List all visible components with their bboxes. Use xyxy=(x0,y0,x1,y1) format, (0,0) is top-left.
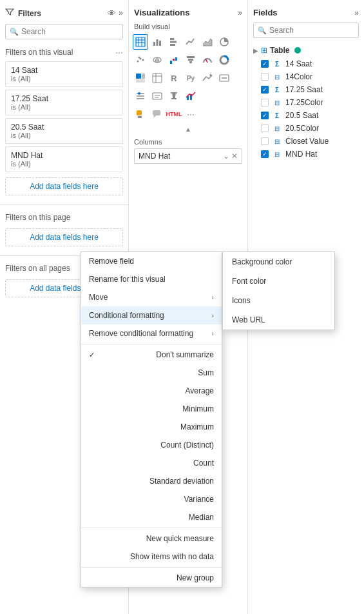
field-item-0[interactable]: ✓ Σ 14 Saat xyxy=(251,57,361,70)
filters-visual-dots[interactable]: ··· xyxy=(115,47,123,57)
viz-icon-bar[interactable] xyxy=(149,34,165,50)
viz-row3: R Py xyxy=(129,70,247,88)
viz-icon-html[interactable]: HTML xyxy=(166,106,182,122)
menu-label-maximum: Maximum xyxy=(180,422,214,431)
menu-item-std-dev[interactable]: Standard deviation xyxy=(81,472,222,490)
menu-sep-1 xyxy=(81,344,222,344)
column-remove-icon[interactable]: ✕ xyxy=(231,152,238,161)
menu-item-count-distinct[interactable]: Count (Distinct) xyxy=(81,436,222,454)
add-data-visual-btn[interactable]: Add data fields here xyxy=(5,177,123,195)
menu-label-median: Median xyxy=(189,513,214,522)
field-type-4: Σ xyxy=(273,112,282,119)
fields-search-box[interactable]: 🔍 xyxy=(253,23,359,38)
viz-icon-map[interactable] xyxy=(149,52,165,68)
column-tag[interactable]: MND Hat ⌄ ✕ xyxy=(134,148,242,164)
viz-icon-gauge[interactable] xyxy=(200,52,215,68)
fields-search-input[interactable] xyxy=(269,26,364,35)
viz-icon-textbox[interactable] xyxy=(149,88,165,104)
menu-label-new-group: New group xyxy=(177,573,214,582)
menu-item-minimum[interactable]: Minimum xyxy=(81,400,222,418)
field-checkbox-6[interactable] xyxy=(261,137,269,145)
menu-item-show-no-data[interactable]: Show items with no data xyxy=(81,548,222,566)
viz-icon-pie[interactable] xyxy=(216,34,232,50)
menu-item-rename[interactable]: Rename for this visual xyxy=(81,270,222,288)
table-status-dot xyxy=(294,47,301,54)
viz-icon-donut[interactable] xyxy=(216,52,232,68)
viz-icon-r[interactable]: R xyxy=(166,70,182,86)
viz-icon-waterfall[interactable] xyxy=(166,52,182,68)
fields-expand-icon[interactable]: » xyxy=(354,8,359,17)
filters-search-input[interactable] xyxy=(21,27,119,36)
viz-icon-slicer[interactable] xyxy=(133,88,148,104)
field-checkbox-2[interactable]: ✓ xyxy=(261,86,269,94)
viz-icon-table[interactable] xyxy=(133,34,148,50)
columns-label: Columns xyxy=(134,138,242,146)
menu-item-count[interactable]: Count xyxy=(81,454,222,472)
svg-rect-25 xyxy=(136,74,141,79)
filter-card-1[interactable]: 17.25 Saat is (All) xyxy=(5,90,123,115)
filters-search-icon: 🔍 xyxy=(10,28,19,36)
filter-card-0[interactable]: 14 Saat is (All) xyxy=(5,61,123,87)
filter-icon xyxy=(5,8,14,19)
menu-item-new-quick-measure[interactable]: New quick measure xyxy=(81,530,222,548)
field-checkbox-1[interactable] xyxy=(261,73,269,81)
viz-icon-combo[interactable] xyxy=(183,88,198,104)
field-checkbox-3[interactable] xyxy=(261,99,269,106)
menu-item-remove-field[interactable]: Remove field xyxy=(81,252,222,270)
menu-item-move[interactable]: Move › xyxy=(81,288,222,306)
field-checkbox-4[interactable]: ✓ xyxy=(261,112,269,119)
viz-icon-scatter[interactable] xyxy=(133,52,148,68)
svg-point-12 xyxy=(137,61,139,63)
filter-card-3[interactable]: MND Hat is (All) xyxy=(5,146,123,172)
menu-label-conditional-fmt: Conditional formatting xyxy=(89,311,164,320)
field-checkbox-5[interactable] xyxy=(261,124,269,132)
viz-icon-more[interactable]: ··· xyxy=(183,106,198,122)
viz-expand-icon[interactable]: » xyxy=(238,8,242,17)
field-checkbox-0[interactable]: ✓ xyxy=(261,60,269,68)
filter-name-2: 20.5 Saat xyxy=(11,123,117,132)
field-item-6[interactable]: ⊟ Closet Value xyxy=(251,135,361,148)
field-item-1[interactable]: ⊟ 14Color xyxy=(251,70,361,83)
eye-icon[interactable]: 👁 xyxy=(108,8,116,18)
menu-item-dont-summarize[interactable]: ✓ Don't summarize xyxy=(81,346,222,364)
field-item-5[interactable]: ⊟ 20.5Color xyxy=(251,122,361,135)
viz-icon-treemap[interactable] xyxy=(133,70,148,86)
viz-icon-paint[interactable] xyxy=(133,106,148,122)
menu-item-maximum[interactable]: Maximum xyxy=(81,418,222,436)
menu-item-sum[interactable]: Sum xyxy=(81,364,222,382)
menu-item-average[interactable]: Average xyxy=(81,382,222,400)
field-item-4[interactable]: ✓ Σ 20.5 Saat xyxy=(251,109,361,122)
table-header[interactable]: ▶ ⊞ Table xyxy=(251,43,361,57)
add-data-page-btn[interactable]: Add data fields here xyxy=(5,228,123,246)
menu-item-median[interactable]: Median xyxy=(81,508,222,526)
menu-item-variance[interactable]: Variance xyxy=(81,490,222,508)
viz-icon-line[interactable] xyxy=(183,34,198,50)
svg-rect-27 xyxy=(136,79,145,83)
svg-rect-45 xyxy=(137,110,142,115)
filters-search-box[interactable]: 🔍 xyxy=(5,24,123,39)
viz-icon-speech[interactable] xyxy=(149,106,165,122)
field-checkbox-7[interactable]: ✓ xyxy=(261,150,269,158)
column-sort-icon[interactable]: ⌄ xyxy=(223,152,229,161)
menu-item-conditional-fmt[interactable]: Conditional formatting › xyxy=(81,306,222,324)
filter-value-2: is (All) xyxy=(11,132,117,139)
viz-icon-card[interactable] xyxy=(216,70,232,86)
chevron-right-icon[interactable]: » xyxy=(119,8,123,18)
svg-rect-18 xyxy=(173,59,175,61)
field-item-2[interactable]: ✓ Σ 17.25 Saat xyxy=(251,83,361,96)
viz-chevron-up[interactable]: ▲ xyxy=(129,124,247,134)
table-name: Table xyxy=(270,46,289,55)
viz-icon-py[interactable]: Py xyxy=(183,70,198,86)
viz-icon-hbar[interactable] xyxy=(166,34,182,50)
viz-icon-funnel[interactable] xyxy=(183,52,198,68)
menu-item-remove-conditional-fmt[interactable]: Remove conditional formatting › xyxy=(81,324,222,342)
filter-card-2[interactable]: 20.5 Saat is (All) xyxy=(5,118,123,144)
viz-icon-kpi[interactable] xyxy=(200,70,215,86)
viz-icon-trophy[interactable] xyxy=(166,88,182,104)
viz-icon-area[interactable] xyxy=(200,34,215,50)
viz-icon-matrix[interactable] xyxy=(149,70,165,86)
field-item-7[interactable]: ✓ ⊟ MND Hat xyxy=(251,148,361,161)
field-item-3[interactable]: ⊟ 17.25Color xyxy=(251,96,361,109)
menu-item-new-group[interactable]: New group xyxy=(81,569,222,587)
fields-title: Fields xyxy=(253,8,278,17)
